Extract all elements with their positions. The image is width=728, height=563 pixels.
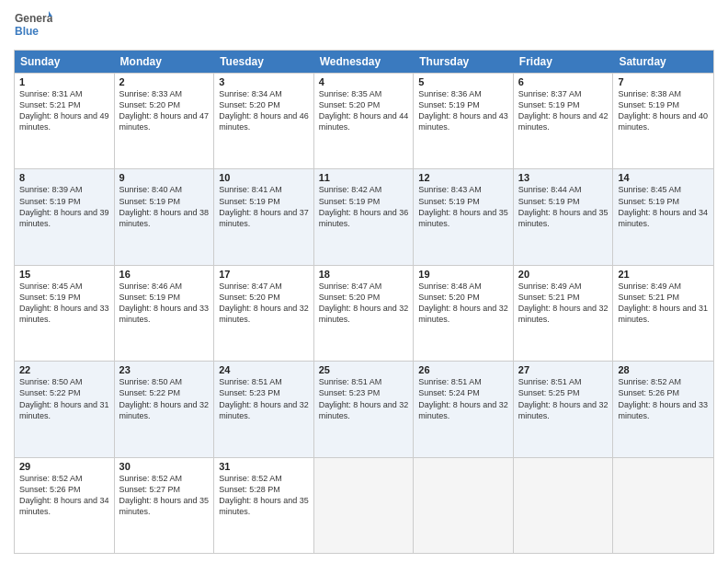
empty-cell — [514, 458, 614, 553]
day-info: Sunrise: 8:45 AM Sunset: 5:19 PM Dayligh… — [19, 281, 109, 326]
day-number: 12 — [418, 172, 508, 183]
day-cell-4: 4 Sunrise: 8:35 AM Sunset: 5:20 PM Dayli… — [314, 74, 415, 168]
day-number: 18 — [319, 269, 409, 280]
day-info: Sunrise: 8:43 AM Sunset: 5:19 PM Dayligh… — [418, 184, 508, 229]
day-info: Sunrise: 8:47 AM Sunset: 5:20 PM Dayligh… — [319, 281, 409, 326]
day-number: 9 — [119, 172, 210, 183]
day-number: 7 — [618, 76, 709, 87]
day-cell-18: 18 Sunrise: 8:47 AM Sunset: 5:20 PM Dayl… — [314, 266, 415, 361]
day-cell-26: 26 Sunrise: 8:51 AM Sunset: 5:24 PM Dayl… — [414, 362, 514, 456]
day-info: Sunrise: 8:47 AM Sunset: 5:20 PM Dayligh… — [219, 281, 309, 326]
day-number: 30 — [119, 461, 210, 472]
day-cell-24: 24 Sunrise: 8:51 AM Sunset: 5:23 PM Dayl… — [214, 362, 314, 456]
header-wednesday: Wednesday — [314, 51, 415, 73]
header-thursday: Thursday — [414, 51, 514, 73]
day-number: 16 — [119, 269, 210, 280]
day-cell-19: 19 Sunrise: 8:48 AM Sunset: 5:20 PM Dayl… — [414, 266, 514, 361]
day-cell-17: 17 Sunrise: 8:47 AM Sunset: 5:20 PM Dayl… — [214, 266, 314, 361]
calendar-header: SundayMondayTuesdayWednesdayThursdayFrid… — [15, 51, 713, 73]
day-number: 25 — [319, 364, 409, 375]
day-info: Sunrise: 8:48 AM Sunset: 5:20 PM Dayligh… — [418, 281, 508, 326]
header-tuesday: Tuesday — [214, 51, 314, 73]
day-info: Sunrise: 8:31 AM Sunset: 5:21 PM Dayligh… — [19, 88, 109, 133]
day-info: Sunrise: 8:44 AM Sunset: 5:19 PM Dayligh… — [518, 184, 609, 229]
day-number: 14 — [618, 172, 709, 183]
week-row-2: 8 Sunrise: 8:39 AM Sunset: 5:19 PM Dayli… — [15, 168, 713, 264]
day-info: Sunrise: 8:50 AM Sunset: 5:22 PM Dayligh… — [19, 376, 109, 421]
day-cell-15: 15 Sunrise: 8:45 AM Sunset: 5:19 PM Dayl… — [15, 266, 115, 361]
empty-cell — [613, 458, 713, 553]
day-info: Sunrise: 8:33 AM Sunset: 5:20 PM Dayligh… — [119, 88, 210, 133]
day-number: 24 — [219, 364, 309, 375]
day-cell-11: 11 Sunrise: 8:42 AM Sunset: 5:19 PM Dayl… — [314, 169, 415, 264]
day-cell-1: 1 Sunrise: 8:31 AM Sunset: 5:21 PM Dayli… — [15, 74, 115, 168]
logo: General Blue — [14, 9, 52, 42]
page: General Blue SundayMondayTuesdayWednesda… — [0, 0, 728, 563]
day-cell-13: 13 Sunrise: 8:44 AM Sunset: 5:19 PM Dayl… — [514, 169, 614, 264]
day-number: 20 — [518, 269, 609, 280]
calendar: SundayMondayTuesdayWednesdayThursdayFrid… — [14, 50, 714, 554]
day-number: 8 — [19, 172, 109, 183]
day-cell-23: 23 Sunrise: 8:50 AM Sunset: 5:22 PM Dayl… — [115, 362, 215, 456]
day-cell-28: 28 Sunrise: 8:52 AM Sunset: 5:26 PM Dayl… — [613, 362, 713, 456]
day-cell-31: 31 Sunrise: 8:52 AM Sunset: 5:28 PM Dayl… — [214, 458, 314, 553]
day-number: 26 — [418, 364, 508, 375]
day-info: Sunrise: 8:34 AM Sunset: 5:20 PM Dayligh… — [219, 88, 309, 133]
day-number: 2 — [119, 76, 210, 87]
day-cell-12: 12 Sunrise: 8:43 AM Sunset: 5:19 PM Dayl… — [414, 169, 514, 264]
day-info: Sunrise: 8:36 AM Sunset: 5:19 PM Dayligh… — [418, 88, 508, 133]
empty-cell — [414, 458, 514, 553]
day-cell-8: 8 Sunrise: 8:39 AM Sunset: 5:19 PM Dayli… — [15, 169, 115, 264]
week-row-5: 29 Sunrise: 8:52 AM Sunset: 5:26 PM Dayl… — [15, 457, 713, 553]
day-info: Sunrise: 8:49 AM Sunset: 5:21 PM Dayligh… — [618, 281, 709, 326]
day-info: Sunrise: 8:52 AM Sunset: 5:27 PM Dayligh… — [119, 473, 210, 518]
day-info: Sunrise: 8:52 AM Sunset: 5:26 PM Dayligh… — [618, 376, 709, 421]
day-info: Sunrise: 8:45 AM Sunset: 5:19 PM Dayligh… — [618, 184, 709, 229]
day-info: Sunrise: 8:52 AM Sunset: 5:28 PM Dayligh… — [219, 473, 309, 518]
day-cell-30: 30 Sunrise: 8:52 AM Sunset: 5:27 PM Dayl… — [115, 458, 215, 553]
day-cell-20: 20 Sunrise: 8:49 AM Sunset: 5:21 PM Dayl… — [514, 266, 614, 361]
day-info: Sunrise: 8:49 AM Sunset: 5:21 PM Dayligh… — [518, 281, 609, 326]
calendar-body: 1 Sunrise: 8:31 AM Sunset: 5:21 PM Dayli… — [15, 73, 713, 553]
header-monday: Monday — [115, 51, 215, 73]
header-sunday: Sunday — [15, 51, 115, 73]
day-info: Sunrise: 8:51 AM Sunset: 5:25 PM Dayligh… — [518, 376, 609, 421]
day-cell-14: 14 Sunrise: 8:45 AM Sunset: 5:19 PM Dayl… — [613, 169, 713, 264]
day-info: Sunrise: 8:40 AM Sunset: 5:19 PM Dayligh… — [119, 184, 210, 229]
day-number: 22 — [19, 364, 109, 375]
day-number: 23 — [119, 364, 210, 375]
day-number: 4 — [319, 76, 409, 87]
day-info: Sunrise: 8:39 AM Sunset: 5:19 PM Dayligh… — [19, 184, 109, 229]
day-cell-25: 25 Sunrise: 8:51 AM Sunset: 5:23 PM Dayl… — [314, 362, 415, 456]
day-number: 15 — [19, 269, 109, 280]
logo-svg: General Blue — [14, 9, 52, 42]
day-number: 6 — [518, 76, 609, 87]
day-number: 27 — [518, 364, 609, 375]
day-number: 13 — [518, 172, 609, 183]
day-cell-16: 16 Sunrise: 8:46 AM Sunset: 5:19 PM Dayl… — [115, 266, 215, 361]
header-friday: Friday — [514, 51, 614, 73]
empty-cell — [314, 458, 415, 553]
day-cell-6: 6 Sunrise: 8:37 AM Sunset: 5:19 PM Dayli… — [514, 74, 614, 168]
day-info: Sunrise: 8:46 AM Sunset: 5:19 PM Dayligh… — [119, 281, 210, 326]
day-info: Sunrise: 8:50 AM Sunset: 5:22 PM Dayligh… — [119, 376, 210, 421]
day-cell-9: 9 Sunrise: 8:40 AM Sunset: 5:19 PM Dayli… — [115, 169, 215, 264]
day-number: 19 — [418, 269, 508, 280]
week-row-1: 1 Sunrise: 8:31 AM Sunset: 5:21 PM Dayli… — [15, 73, 713, 168]
day-info: Sunrise: 8:35 AM Sunset: 5:20 PM Dayligh… — [319, 88, 409, 133]
day-number: 10 — [219, 172, 309, 183]
day-info: Sunrise: 8:42 AM Sunset: 5:19 PM Dayligh… — [319, 184, 409, 229]
week-row-4: 22 Sunrise: 8:50 AM Sunset: 5:22 PM Dayl… — [15, 361, 713, 456]
day-number: 21 — [618, 269, 709, 280]
day-info: Sunrise: 8:51 AM Sunset: 5:24 PM Dayligh… — [418, 376, 508, 421]
day-number: 17 — [219, 269, 309, 280]
day-info: Sunrise: 8:51 AM Sunset: 5:23 PM Dayligh… — [219, 376, 309, 421]
header-saturday: Saturday — [613, 51, 713, 73]
day-cell-2: 2 Sunrise: 8:33 AM Sunset: 5:20 PM Dayli… — [115, 74, 215, 168]
week-row-3: 15 Sunrise: 8:45 AM Sunset: 5:19 PM Dayl… — [15, 265, 713, 361]
day-cell-5: 5 Sunrise: 8:36 AM Sunset: 5:19 PM Dayli… — [414, 74, 514, 168]
day-number: 31 — [219, 461, 309, 472]
day-info: Sunrise: 8:38 AM Sunset: 5:19 PM Dayligh… — [618, 88, 709, 133]
day-info: Sunrise: 8:37 AM Sunset: 5:19 PM Dayligh… — [518, 88, 609, 133]
day-info: Sunrise: 8:41 AM Sunset: 5:19 PM Dayligh… — [219, 184, 309, 229]
